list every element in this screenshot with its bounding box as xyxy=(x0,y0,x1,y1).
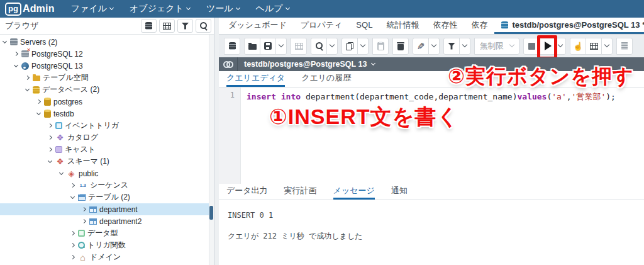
row-limit-button[interactable]: 無制限 xyxy=(474,38,519,55)
stop-button[interactable] xyxy=(523,38,540,55)
dependencies-grid-button[interactable] xyxy=(159,19,175,33)
menu-tools[interactable]: ツール xyxy=(206,3,240,14)
tab-dependents[interactable]: 依存 xyxy=(464,18,494,34)
tree-item-servers[interactable]: Servers (2) xyxy=(0,36,214,48)
sidebar-scrollbar-track[interactable] xyxy=(209,35,214,265)
tab-dashboard[interactable]: ダッシュボード xyxy=(221,18,294,34)
tree-item-trigger-functions[interactable]: トリガ関数 xyxy=(0,239,214,251)
tree-item-types[interactable]: データ型 xyxy=(0,227,214,239)
macros-button[interactable] xyxy=(586,38,602,55)
tab-sql[interactable]: SQL xyxy=(349,18,379,34)
chevron-right-icon[interactable] xyxy=(25,76,30,80)
commit-button[interactable] xyxy=(570,38,586,55)
tree-item-testdb[interactable]: testdb xyxy=(0,108,214,120)
tree-item-databases[interactable]: データベース (2) xyxy=(0,84,214,96)
tree-item-tablespaces[interactable]: テーブル空間 xyxy=(0,72,214,84)
filter-tree-button[interactable] xyxy=(177,19,193,33)
save-menu-button[interactable] xyxy=(275,38,287,55)
chevron-right-icon[interactable] xyxy=(14,52,18,56)
main-tabs: ダッシュボードプロパティSQL統計情報依存性依存testdb/postgres@… xyxy=(219,18,644,35)
chevron-right-icon[interactable] xyxy=(70,231,75,235)
chevron-down-icon[interactable] xyxy=(3,38,7,43)
chevron-down-icon[interactable] xyxy=(36,110,41,115)
copy-button[interactable] xyxy=(341,38,358,55)
execute-menu-button[interactable] xyxy=(555,38,566,55)
tree-item-casts[interactable]: キャスト xyxy=(0,144,214,155)
execute-button[interactable] xyxy=(539,38,555,55)
play-icon xyxy=(545,42,552,50)
tree-item-tables[interactable]: テーブル (2) xyxy=(0,191,214,203)
filter-menu-button[interactable] xyxy=(459,38,470,55)
tree-item-domains[interactable]: ドメイン xyxy=(0,251,214,263)
find-menu-button[interactable] xyxy=(326,38,338,55)
chevron-right-icon[interactable] xyxy=(82,219,86,223)
copy-menu-button[interactable] xyxy=(357,38,369,55)
message-line: クエリが 212 ミリ秒 で成功しました xyxy=(228,231,644,242)
tab-messages[interactable]: メッセージ xyxy=(333,184,375,200)
chevron-right-icon[interactable] xyxy=(70,183,75,188)
menu-object[interactable]: オブジェクト xyxy=(130,3,190,14)
tab-data-output[interactable]: データ出力 xyxy=(226,184,268,200)
chevron-right-icon[interactable] xyxy=(48,135,52,140)
chevron-down-icon xyxy=(236,5,240,9)
panel-splitter[interactable] xyxy=(214,18,219,265)
edit-grid-button[interactable] xyxy=(291,38,307,55)
edit-button[interactable] xyxy=(413,38,429,55)
sidebar-scrollbar-thumb[interactable] xyxy=(209,206,213,220)
chevron-right-icon[interactable] xyxy=(36,99,41,104)
tree-item-catalogs[interactable]: カタログ xyxy=(0,132,214,144)
chevron-right-icon[interactable] xyxy=(82,207,86,211)
menu-file[interactable]: ファイル xyxy=(71,3,113,14)
annotation-step2: ②実行ボタンを押す xyxy=(448,63,634,91)
tab-dependencies[interactable]: 依存性 xyxy=(426,18,464,34)
tree-item-sequences[interactable]: 1..3シーケンス xyxy=(0,179,214,191)
schema-icon xyxy=(67,169,76,178)
tree-item-postgres[interactable]: postgres xyxy=(0,96,214,108)
tree-item-postgresql-13[interactable]: PostgreSQL 13 xyxy=(0,60,214,72)
tab-query-editor-label: クエリエディタ xyxy=(226,72,285,84)
tab-query-history[interactable]: クエリの履歴 xyxy=(301,71,351,87)
paste-button[interactable] xyxy=(372,38,389,55)
object-explorer-button[interactable] xyxy=(141,19,157,33)
save-file-button[interactable] xyxy=(260,38,276,55)
tab-explain[interactable]: 実行計画 xyxy=(284,184,317,200)
tree-item-postgresql-12[interactable]: PostgreSQL 12 xyxy=(0,48,214,60)
edge-partial-button[interactable] xyxy=(616,38,633,55)
search-objects-button[interactable] xyxy=(196,19,211,33)
sql-token-keyword: into xyxy=(281,92,301,101)
chevron-down-icon[interactable] xyxy=(59,170,64,174)
tree-item-department2[interactable]: department2 xyxy=(0,215,214,227)
tree-item-department[interactable]: department xyxy=(0,203,214,215)
tree-item-public[interactable]: public xyxy=(0,167,214,179)
tree-item-event-triggers[interactable]: イベントトリガ xyxy=(0,120,214,132)
chevron-right-icon[interactable] xyxy=(70,255,75,259)
chevron-right-icon[interactable] xyxy=(48,123,52,128)
chevron-down-icon[interactable] xyxy=(14,62,18,67)
toolbar-group xyxy=(570,38,613,55)
chevron-down-icon[interactable] xyxy=(25,86,30,91)
macros-menu-button[interactable] xyxy=(601,38,613,55)
tab-properties[interactable]: プロパティ xyxy=(294,18,350,34)
tree-item-schemas[interactable]: スキーマ (1) xyxy=(0,155,214,167)
new-query-button[interactable] xyxy=(224,38,240,55)
chevron-right-icon[interactable] xyxy=(48,147,52,152)
sql-editor[interactable]: 1 insert into department(department_code… xyxy=(219,87,644,184)
chevron-down-icon[interactable] xyxy=(70,194,75,198)
open-file-button[interactable] xyxy=(244,38,260,55)
find-button[interactable] xyxy=(311,38,327,55)
menu-help[interactable]: ヘルプ xyxy=(256,3,289,14)
menu-file-label: ファイル xyxy=(71,3,107,14)
connection-label[interactable]: testdb/postgres@PostgreSQL 13 xyxy=(244,60,375,69)
tab-statistics[interactable]: 統計情報 xyxy=(379,18,426,34)
sql-token-keyword: insert xyxy=(247,92,276,101)
sql-code-line[interactable]: insert into department(department_code,d… xyxy=(241,87,644,184)
postgres-server-icon xyxy=(21,62,29,70)
tab-query-tool[interactable]: testdb/postgres@PostgreSQL 13 * xyxy=(494,18,644,34)
chevron-right-icon[interactable] xyxy=(70,243,75,247)
edit-menu-button[interactable] xyxy=(428,38,440,55)
tab-notifications[interactable]: 通知 xyxy=(391,184,408,200)
chevron-down-icon[interactable] xyxy=(48,158,52,162)
filter-button[interactable] xyxy=(443,38,460,55)
tab-query-editor[interactable]: クエリエディタ xyxy=(226,71,285,87)
delete-rows-button[interactable] xyxy=(392,38,409,55)
